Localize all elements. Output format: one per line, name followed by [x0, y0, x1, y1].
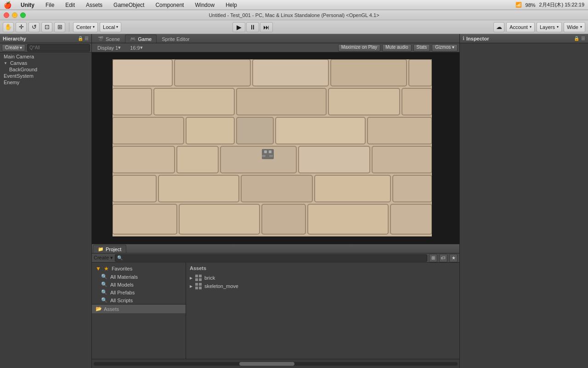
sidebar-all-scripts[interactable]: 🔍 All Scripts — [92, 296, 186, 304]
hierarchy-lock-icon[interactable]: 🔒 — [78, 36, 83, 41]
asset-item-brick[interactable]: ▶ brick — [188, 274, 458, 282]
step-button[interactable]: ⏭ — [260, 22, 273, 32]
tab-project[interactable]: 📁 Project — [93, 245, 126, 253]
menu-file[interactable]: File — [44, 1, 56, 9]
hierarchy-search-input[interactable] — [27, 44, 90, 52]
pause-button[interactable]: ⏸ — [246, 22, 259, 32]
inspector-content — [460, 43, 588, 368]
scroll-thumb[interactable] — [239, 362, 294, 366]
center-area: 🎬 Scene 🎮 Game Sprite Editor Display 1 ▾… — [92, 34, 459, 368]
menu-gameobject[interactable]: GameObject — [112, 1, 146, 9]
menu-unity[interactable]: Unity — [19, 1, 36, 9]
play-button[interactable]: ▶ — [232, 22, 245, 32]
game-viewport: .brick { fill: #d4c0a8; stroke: #8a7060;… — [92, 52, 459, 244]
project-icon-btn-2[interactable]: 🏷 — [439, 254, 447, 262]
inspector-header: ℹ Inspector 🔒 ☰ — [460, 34, 588, 43]
favorites-star-icon: ★ — [104, 265, 109, 272]
inspector-menu-icon[interactable]: ☰ — [581, 36, 585, 41]
hierarchy-item-enemy[interactable]: Enemy — [0, 79, 91, 86]
menu-component[interactable]: Component — [153, 1, 186, 9]
svg-rect-30 — [390, 204, 432, 234]
hierarchy-create-label: Create — [5, 45, 19, 50]
svg-rect-27 — [179, 204, 260, 234]
window-controls — [4, 12, 26, 18]
project-icon-btn-3[interactable]: ★ — [449, 254, 458, 262]
maximize-on-play-button[interactable]: Maximize on Play — [338, 44, 380, 52]
cloud-button[interactable]: ☁ — [493, 22, 504, 32]
maximize-label: Maximize on Play — [341, 45, 377, 50]
wide-dropdown-icon: ▾ — [580, 25, 582, 29]
display-arrow: ▾ — [118, 45, 121, 51]
display-dropdown[interactable]: Display 1 ▾ — [94, 44, 124, 52]
svg-rect-4 — [331, 59, 407, 86]
account-dropdown[interactable]: Account ▾ — [506, 22, 535, 32]
svg-rect-22 — [158, 175, 239, 202]
window-title: Untitled - Test_001 - PC, Mac & Linux St… — [209, 12, 379, 18]
sidebar-favorites-header[interactable]: ▼ ★ Favorites — [92, 264, 186, 273]
ratio-dropdown[interactable]: 16:9 ▾ — [126, 44, 146, 52]
main-layout: Hierarchy 🔒 ☰ Create ▾ Main Camera ▼ Can… — [0, 34, 588, 368]
inspector-lock-icon[interactable]: 🔒 — [574, 36, 579, 41]
project-icon-btn-1[interactable]: ⊞ — [429, 254, 437, 262]
tab-sprite-editor[interactable]: Sprite Editor — [157, 34, 195, 43]
tool-rotate[interactable]: ↺ — [28, 22, 40, 32]
layers-dropdown[interactable]: Layers ▾ — [537, 22, 562, 32]
tool-scale[interactable]: ⊡ — [41, 22, 52, 32]
menu-assets[interactable]: Assets — [84, 1, 104, 9]
asset-item-skeleton-move[interactable]: ▶ skeleton_move — [188, 282, 458, 290]
gizmos-label: Gizmos — [435, 45, 451, 50]
svg-rect-11 — [113, 117, 184, 144]
scroll-track[interactable] — [94, 362, 458, 366]
sidebar-all-prefabs[interactable]: 🔍 All Prefabs — [92, 288, 186, 296]
hierarchy-content: Main Camera ▼ Canvas BackGround EventSys… — [0, 52, 91, 368]
all-prefabs-search-icon: 🔍 — [101, 289, 107, 295]
inspector-icon: ℹ — [463, 35, 464, 41]
mute-label: Mute audio — [385, 45, 408, 50]
tool-hand[interactable]: ✋ — [3, 22, 14, 32]
hierarchy-camera-label: Main Camera — [4, 54, 34, 59]
center-button[interactable]: Center ▾ — [73, 22, 98, 32]
hierarchy-menu-icon[interactable]: ☰ — [85, 36, 89, 41]
hierarchy-create-arrow: ▾ — [20, 45, 22, 50]
sidebar-all-models[interactable]: 🔍 All Models — [92, 281, 186, 288]
hierarchy-header-icons: 🔒 ☰ — [78, 36, 89, 41]
local-button[interactable]: Local ▾ — [100, 22, 121, 32]
sidebar-all-materials[interactable]: 🔍 All Materials — [92, 273, 186, 281]
gizmos-button[interactable]: Gizmos ▾ — [432, 44, 458, 52]
minimize-button[interactable] — [12, 12, 17, 18]
stats-button[interactable]: Stats — [413, 44, 430, 52]
menu-edit[interactable]: Edit — [63, 1, 77, 9]
project-content: Assets ▶ brick ▶ — [186, 263, 459, 359]
tab-game[interactable]: 🎮 Game — [125, 34, 157, 43]
sprite-editor-tab-label: Sprite Editor — [162, 36, 190, 42]
wide-dropdown[interactable]: Wide ▾ — [564, 22, 585, 32]
hierarchy-item-eventsystem[interactable]: EventSystem — [0, 73, 91, 79]
menu-window[interactable]: Window — [193, 1, 216, 9]
svg-rect-8 — [237, 88, 326, 115]
svg-rect-17 — [177, 146, 218, 173]
sidebar-assets-section[interactable]: 📂 Assets — [92, 304, 186, 313]
menu-help[interactable]: Help — [224, 1, 239, 9]
assets-section-label: Assets — [104, 306, 119, 312]
hierarchy-item-maincamera[interactable]: Main Camera — [0, 53, 91, 60]
svg-rect-7 — [154, 88, 234, 115]
hierarchy-header: Hierarchy 🔒 ☰ — [0, 34, 91, 43]
close-button[interactable] — [4, 12, 9, 18]
favorites-label: Favorites — [112, 266, 132, 271]
project-create-button[interactable]: Create ▾ — [94, 255, 113, 261]
tab-scene[interactable]: 🎬 Scene — [93, 34, 125, 43]
svg-rect-2 — [175, 59, 250, 86]
layers-label: Layers — [540, 24, 555, 30]
all-materials-search-icon: 🔍 — [101, 274, 107, 280]
hierarchy-item-canvas[interactable]: ▼ Canvas — [0, 60, 91, 66]
svg-rect-24 — [315, 175, 390, 202]
project-search-input[interactable] — [115, 254, 427, 262]
hierarchy-item-background[interactable]: BackGround — [0, 66, 91, 73]
svg-rect-35 — [269, 155, 273, 157]
tool-move[interactable]: ✛ — [16, 22, 27, 32]
mute-audio-button[interactable]: Mute audio — [382, 44, 411, 52]
tool-rect[interactable]: ⊞ — [54, 22, 65, 32]
maximize-button[interactable] — [20, 12, 26, 18]
hierarchy-create-button[interactable]: Create ▾ — [2, 44, 25, 52]
apple-icon[interactable]: 🍎 — [4, 1, 11, 9]
